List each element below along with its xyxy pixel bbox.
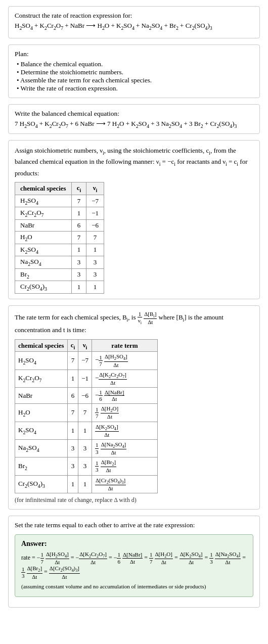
rt-term-cr2so43: Δ[Cr2(SO4)3]Δt bbox=[92, 475, 157, 493]
balanced-equation: 7 H2SO4 + K2Cr2O7 + 6 NaBr ⟶ 7 H2O + K2S… bbox=[15, 120, 253, 129]
rt-term-h2so4: −17 Δ[H2SO4]Δt bbox=[92, 352, 157, 370]
rate-col-v: νi bbox=[78, 339, 92, 352]
rt-v-h2o: 7 bbox=[78, 404, 92, 422]
assign-col-c: ci bbox=[71, 182, 86, 195]
c-k2so4: 1 bbox=[71, 244, 86, 256]
v-br2: 3 bbox=[86, 268, 104, 281]
set-rate-title: Set the rate terms equal to each other t… bbox=[15, 521, 253, 529]
rate-term-intro: The rate term for each chemical species,… bbox=[15, 311, 253, 335]
rt-species-k2so4: K2SO4 bbox=[15, 422, 68, 439]
set-rate-section: Set the rate terms equal to each other t… bbox=[8, 516, 260, 608]
rt-term-k2cr2o7: −Δ[K2Cr2O7]Δt bbox=[92, 370, 157, 387]
table-row: K2SO4 1 1 Δ[K2SO4]Δt bbox=[15, 422, 158, 439]
species-h2so4: H2SO4 bbox=[15, 195, 72, 207]
c-br2: 3 bbox=[71, 268, 86, 281]
balanced-section: Write the balanced chemical equation: 7 … bbox=[8, 104, 260, 134]
table-row: K2Cr2O7 1 −1 bbox=[15, 207, 104, 220]
table-row: NaBr 6 −6 bbox=[15, 219, 104, 231]
rt-c-br2: 3 bbox=[67, 457, 78, 475]
rt-species-nabr: NaBr bbox=[15, 388, 68, 404]
table-row: H2SO4 7 −7 −17 Δ[H2SO4]Δt bbox=[15, 352, 158, 370]
assign-table: chemical species ci νi H2SO4 7 −7 K2Cr2O… bbox=[15, 182, 104, 294]
plan-item-1: • Balance the chemical equation. bbox=[17, 60, 253, 68]
table-row: Cr2(SO4)3 1 1 Δ[Cr2(SO4)3]Δt bbox=[15, 475, 158, 493]
rate-table: chemical species ci νi rate term H2SO4 7… bbox=[15, 339, 158, 493]
construct-section: Construct the rate of reaction expressio… bbox=[8, 6, 260, 38]
table-row: Na2SO4 3 3 bbox=[15, 256, 104, 269]
balanced-title: Write the balanced chemical equation: bbox=[15, 110, 253, 118]
initial-equation: H2SO4 + K2Cr2O7 + NaBr ⟶ H2O + K2SO4 + N… bbox=[15, 22, 253, 31]
assign-col-v: νi bbox=[86, 182, 104, 195]
table-row: H2SO4 7 −7 bbox=[15, 195, 104, 207]
table-row: Br2 3 3 13 Δ[Br2]Δt bbox=[15, 457, 158, 475]
rate-col-c: ci bbox=[67, 339, 78, 352]
species-k2so4: K2SO4 bbox=[15, 244, 72, 256]
rt-v-h2so4: −7 bbox=[78, 352, 92, 370]
rt-species-br2: Br2 bbox=[15, 457, 68, 475]
table-row: H2O 7 7 17 Δ[H2O]Δt bbox=[15, 404, 158, 422]
table-row: K2Cr2O7 1 −1 −Δ[K2Cr2O7]Δt bbox=[15, 370, 158, 387]
assign-section: Assign stoichiometric numbers, νi, using… bbox=[8, 140, 260, 299]
rt-v-cr2so43: 1 bbox=[78, 475, 92, 493]
rt-v-br2: 3 bbox=[78, 457, 92, 475]
rt-species-h2so4: H2SO4 bbox=[15, 352, 68, 370]
rt-c-k2so4: 1 bbox=[67, 422, 78, 439]
c-na2so4: 3 bbox=[71, 256, 86, 269]
rt-v-nabr: −6 bbox=[78, 388, 92, 404]
rate-col-term: rate term bbox=[92, 339, 157, 352]
rt-v-na2so4: 3 bbox=[78, 439, 92, 457]
v-h2so4: −7 bbox=[86, 195, 104, 207]
rate-col-species: chemical species bbox=[15, 339, 68, 352]
v-h2o: 7 bbox=[86, 231, 104, 244]
infinitesimal-note: (for infinitesimal rate of change, repla… bbox=[15, 496, 253, 504]
rate-term-section: The rate term for each chemical species,… bbox=[8, 305, 260, 510]
v-k2so4: 1 bbox=[86, 244, 104, 256]
answer-label: Answer: bbox=[21, 540, 247, 548]
table-row: Cr2(SO4)3 1 1 bbox=[15, 281, 104, 294]
v-k2cr2o7: −1 bbox=[86, 207, 104, 220]
c-cr2so43: 1 bbox=[71, 281, 86, 294]
table-row: NaBr 6 −6 −16 Δ[NaBr]Δt bbox=[15, 388, 158, 404]
c-h2so4: 7 bbox=[71, 195, 86, 207]
v-cr2so43: 1 bbox=[86, 281, 104, 294]
rt-c-h2o: 7 bbox=[67, 404, 78, 422]
construct-label: Construct the rate of reaction expressio… bbox=[15, 12, 253, 20]
c-nabr: 6 bbox=[71, 219, 86, 231]
plan-title: Plan: bbox=[15, 50, 253, 58]
rt-term-br2: 13 Δ[Br2]Δt bbox=[92, 457, 157, 475]
rt-species-na2so4: Na2SO4 bbox=[15, 439, 68, 457]
rt-c-k2cr2o7: 1 bbox=[67, 370, 78, 387]
v-nabr: −6 bbox=[86, 219, 104, 231]
answer-content: rate = −17 Δ[H2SO4]Δt = −Δ[K2Cr2O7]Δt = … bbox=[21, 551, 247, 591]
c-h2o: 7 bbox=[71, 231, 86, 244]
species-nabr: NaBr bbox=[15, 219, 72, 231]
table-row: Na2SO4 3 3 13 Δ[Na2SO4]Δt bbox=[15, 439, 158, 457]
rt-term-h2o: 17 Δ[H2O]Δt bbox=[92, 404, 157, 422]
rt-term-na2so4: 13 Δ[Na2SO4]Δt bbox=[92, 439, 157, 457]
plan-section: Plan: • Balance the chemical equation. •… bbox=[8, 44, 260, 98]
rt-v-k2so4: 1 bbox=[78, 422, 92, 439]
c-k2cr2o7: 1 bbox=[71, 207, 86, 220]
rt-c-na2so4: 3 bbox=[67, 439, 78, 457]
rt-species-k2cr2o7: K2Cr2O7 bbox=[15, 370, 68, 387]
rt-c-cr2so43: 1 bbox=[67, 475, 78, 493]
rt-term-k2so4: Δ[K2SO4]Δt bbox=[92, 422, 157, 439]
table-row: Br2 3 3 bbox=[15, 268, 104, 281]
plan-item-4: • Write the rate of reaction expression. bbox=[17, 84, 253, 93]
assign-intro: Assign stoichiometric numbers, νi, using… bbox=[15, 146, 253, 178]
v-na2so4: 3 bbox=[86, 256, 104, 269]
assign-col-species: chemical species bbox=[15, 182, 72, 195]
rt-species-h2o: H2O bbox=[15, 404, 68, 422]
species-k2cr2o7: K2Cr2O7 bbox=[15, 207, 72, 220]
plan-item-3: • Assemble the rate term for each chemic… bbox=[17, 76, 253, 84]
answer-note: (assuming constant volume and no accumul… bbox=[21, 582, 247, 592]
table-row: K2SO4 1 1 bbox=[15, 244, 104, 256]
species-cr2so43: Cr2(SO4)3 bbox=[15, 281, 72, 294]
species-h2o: H2O bbox=[15, 231, 72, 244]
rt-c-h2so4: 7 bbox=[67, 352, 78, 370]
answer-box: Answer: rate = −17 Δ[H2SO4]Δt = −Δ[K2Cr2… bbox=[15, 534, 253, 597]
species-br2: Br2 bbox=[15, 268, 72, 281]
plan-item-2: • Determine the stoichiometric numbers. bbox=[17, 68, 253, 76]
rt-term-nabr: −16 Δ[NaBr]Δt bbox=[92, 388, 157, 404]
species-na2so4: Na2SO4 bbox=[15, 256, 72, 269]
